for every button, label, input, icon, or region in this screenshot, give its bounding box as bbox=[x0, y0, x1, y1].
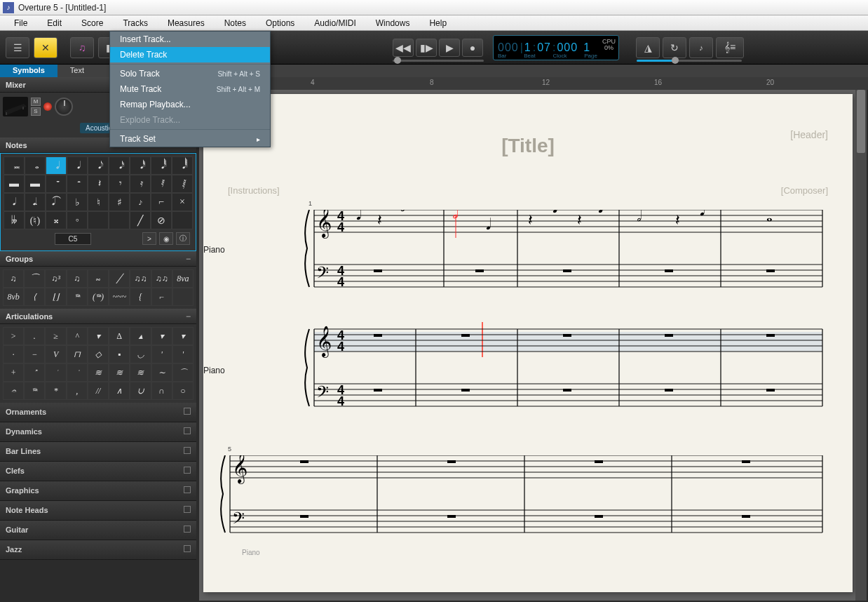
accidental-natural[interactable]: ♮ bbox=[88, 193, 109, 211]
jazz-header[interactable]: Jazz bbox=[0, 540, 196, 560]
ottava[interactable]: 8va bbox=[172, 269, 194, 288]
articulations-header[interactable]: Articulations − bbox=[0, 309, 196, 324]
graphics-header[interactable]: Graphics bbox=[0, 481, 196, 501]
note-64th[interactable]: 𝅘𝅥𝅱 bbox=[151, 156, 172, 175]
grace-note[interactable]: 𝆔 bbox=[130, 193, 151, 211]
noteheads-header[interactable]: Note Heads bbox=[0, 501, 196, 521]
plus[interactable]: + bbox=[3, 363, 24, 382]
turn[interactable]: ∼ bbox=[151, 363, 172, 382]
rewind-button[interactable]: ◀◀ bbox=[393, 39, 414, 57]
octave-input[interactable] bbox=[55, 233, 91, 245]
zoom-slider[interactable] bbox=[637, 60, 742, 62]
toolbar-btn-1[interactable]: ☰ bbox=[6, 37, 29, 58]
toolbar-btn-note[interactable]: ♫ bbox=[70, 37, 94, 58]
roll-2[interactable]: ≋ bbox=[109, 363, 130, 382]
minus-icon[interactable]: − bbox=[186, 312, 191, 321]
downbow[interactable]: ⊓ bbox=[67, 345, 88, 363]
score-title[interactable]: [Title] bbox=[203, 135, 853, 157]
art-33[interactable]: ∧ bbox=[109, 382, 130, 400]
menu-track-set[interactable]: Track Set▸ bbox=[110, 131, 270, 147]
note-tool-2[interactable]: × bbox=[172, 193, 193, 211]
rest-whole[interactable]: 𝄻 bbox=[46, 175, 67, 193]
midi-btn[interactable]: ◉ bbox=[159, 232, 173, 245]
art-18[interactable]: ' bbox=[172, 345, 194, 363]
toolbar-btn-tools[interactable]: ✕ bbox=[34, 37, 57, 58]
slur[interactable]: ⁀ bbox=[24, 269, 45, 288]
note-tie[interactable]: 𝅘𝅥⁀ bbox=[46, 193, 67, 211]
art-34[interactable]: ∪ bbox=[130, 382, 151, 400]
position-counter[interactable]: 000 | 1 : 07 : 000 1 Bar Beat Clock Page… bbox=[493, 35, 619, 60]
play-button[interactable]: ▶ bbox=[439, 39, 460, 57]
instructions[interactable]: [Instructions] bbox=[228, 185, 280, 196]
accidental-sharp[interactable]: ♯ bbox=[109, 193, 130, 211]
art-35[interactable]: ∩ bbox=[151, 382, 172, 400]
wedge-up[interactable]: ▴ bbox=[130, 327, 151, 345]
roll-1[interactable]: ≋ bbox=[88, 363, 109, 382]
guitar-header[interactable]: Guitar bbox=[0, 521, 196, 540]
toolbar-staff[interactable]: 𝄞≡ bbox=[716, 37, 744, 58]
note-whole[interactable]: 𝅝 bbox=[25, 156, 46, 175]
marcato[interactable]: ^ bbox=[67, 327, 88, 345]
roll-3[interactable]: ≋ bbox=[130, 363, 151, 382]
menu-remap-playback[interactable]: Remap Playback... bbox=[110, 97, 270, 112]
note-128th[interactable]: 𝅘𝅥𝅲 bbox=[172, 156, 193, 175]
system-2[interactable]: 5 𝄞 𝄢 Piano bbox=[214, 455, 828, 554]
menu-notes[interactable]: Notes bbox=[215, 16, 256, 30]
menu-edit[interactable]: Edit bbox=[37, 16, 72, 30]
tuplet[interactable]: ♫³ bbox=[45, 269, 66, 288]
harmonic[interactable]: ◇ bbox=[88, 345, 109, 363]
stop-button[interactable]: ▮▶ bbox=[416, 39, 437, 57]
menu-mute-track[interactable]: Mute TrackShift + Alt + M bbox=[110, 81, 270, 97]
menu-insert-track[interactable]: Insert Track... bbox=[110, 32, 270, 47]
bracket-2[interactable]: { bbox=[130, 288, 151, 306]
beam-4[interactable]: ♫♫ bbox=[151, 269, 172, 288]
toolbar-loop[interactable]: ↻ bbox=[663, 37, 686, 58]
beam-1[interactable]: ♫ bbox=[3, 269, 24, 288]
note-tool-6[interactable] bbox=[172, 211, 193, 229]
menu-delete-track[interactable]: Delete Track bbox=[110, 47, 270, 62]
accent[interactable]: > bbox=[3, 327, 24, 345]
rest-quarter[interactable]: 𝄽 bbox=[88, 175, 109, 193]
note-32nd[interactable]: 𝅘𝅥𝅰 bbox=[130, 156, 151, 175]
solo-button[interactable]: S bbox=[31, 107, 41, 116]
art-17[interactable]: ' bbox=[151, 345, 172, 363]
menu-help[interactable]: Help bbox=[419, 16, 456, 30]
system-1[interactable]: 1 Piano Piano 𝄞 � bbox=[242, 210, 828, 420]
mute-button[interactable]: M bbox=[31, 98, 41, 106]
tempo-slider[interactable] bbox=[393, 60, 484, 62]
pedal-2[interactable]: (𝆮) bbox=[88, 288, 109, 306]
rest-1[interactable]: ▬ bbox=[4, 175, 25, 193]
note-sixteenth[interactable]: 𝅘𝅥𝅯 bbox=[109, 156, 130, 175]
note-quarter[interactable]: 𝅘𝅥 bbox=[67, 156, 88, 175]
note-tool-3[interactable] bbox=[88, 211, 109, 229]
dynamics-header[interactable]: Dynamics bbox=[0, 422, 196, 442]
note-eighth[interactable]: 𝅘𝅥𝅮 bbox=[88, 156, 109, 175]
note-tool-1[interactable]: ⌐ bbox=[151, 193, 172, 211]
toolbar-metronome[interactable]: ◮ bbox=[636, 37, 660, 58]
upbow[interactable]: V bbox=[45, 345, 66, 363]
groups-header[interactable]: Groups − bbox=[0, 251, 196, 267]
clefs-header[interactable]: Clefs bbox=[0, 462, 196, 481]
note-slash[interactable]: ╱ bbox=[130, 211, 151, 229]
acc-dsharp[interactable]: 𝄪 bbox=[46, 211, 67, 229]
staccato[interactable]: . bbox=[24, 327, 45, 345]
fermata[interactable]: 𝄐 bbox=[3, 382, 24, 400]
note-cue[interactable]: ◦ bbox=[67, 211, 88, 229]
measure-ruler[interactable]: 4 8 12 16 20 bbox=[198, 77, 868, 90]
minus-icon[interactable]: − bbox=[186, 254, 191, 264]
ottava-b[interactable]: 8vb bbox=[3, 288, 24, 306]
pedal-up[interactable]: * bbox=[45, 382, 66, 400]
barlines-header[interactable]: Bar Lines bbox=[0, 442, 196, 462]
note-tool-5[interactable]: ⊘ bbox=[151, 211, 172, 229]
menu-measures[interactable]: Measures bbox=[158, 16, 215, 30]
rest-32nd[interactable]: 𝅀 bbox=[151, 175, 172, 193]
pan-knob[interactable] bbox=[55, 98, 73, 116]
tab-text[interactable]: Text bbox=[57, 65, 97, 77]
caesura[interactable]: // bbox=[88, 382, 109, 400]
note-tool-4[interactable] bbox=[109, 211, 130, 229]
note-half[interactable]: 𝅗𝅥 bbox=[46, 156, 67, 175]
group-blank[interactable] bbox=[172, 288, 194, 306]
wedge-down2[interactable]: ▾ bbox=[172, 327, 194, 345]
art-27[interactable]: ⌒ bbox=[172, 363, 194, 382]
art-dot[interactable]: · bbox=[3, 345, 24, 363]
